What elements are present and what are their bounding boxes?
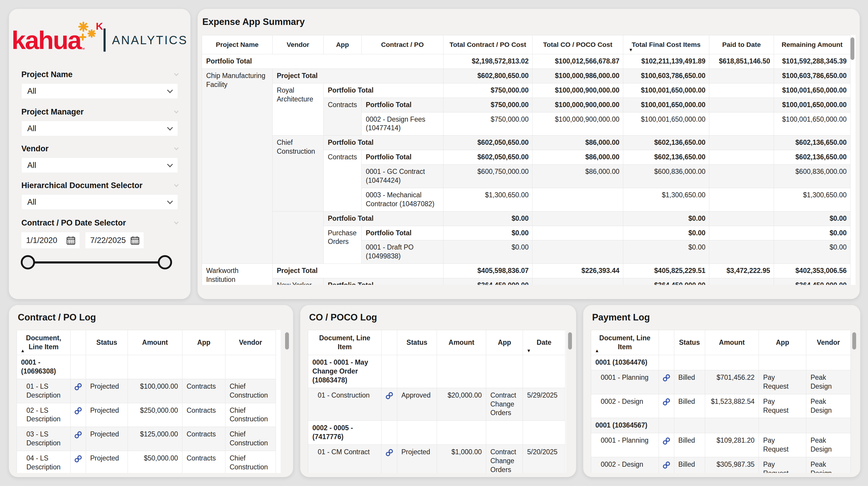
matrix-cell[interactable]	[532, 188, 623, 211]
col-header-status[interactable]: Status	[397, 330, 437, 355]
col-header-app[interactable]: App	[759, 330, 806, 355]
slider-handle-start[interactable]	[21, 255, 35, 269]
app-cell[interactable]	[486, 421, 523, 445]
table-row[interactable]: 0001 - 0001 - May Change Order (10863478…	[308, 355, 565, 388]
matrix-cell[interactable]: Portfolio Total	[323, 211, 443, 226]
matrix-cell[interactable]: $0.00	[443, 240, 532, 264]
matrix-cell[interactable]: $364,450,000.00	[774, 278, 850, 285]
matrix-cell[interactable]	[709, 112, 774, 135]
hierarchical-document-select[interactable]: All	[21, 194, 178, 210]
project-manager-select[interactable]: All	[21, 121, 178, 136]
matrix-cell[interactable]	[709, 240, 774, 264]
matrix-cell[interactable]: 0003 - Mechanical Contractor (10487082)	[362, 188, 443, 211]
matrix-cell[interactable]: $0.00	[623, 240, 709, 264]
document-cell[interactable]: 0001 - 0001 - May Change Order (10863478…	[308, 355, 381, 388]
col-header-contract-po[interactable]: Contract / PO	[362, 35, 443, 54]
date-cell[interactable]: 5/29/2025	[523, 388, 565, 421]
matrix-cell[interactable]: $1,300,650.00	[774, 188, 850, 211]
matrix-cell[interactable]	[532, 226, 623, 240]
matrix-cell[interactable]: $100,000,900,000.00	[532, 83, 623, 98]
col-header-vendor[interactable]: Vendor	[273, 35, 323, 54]
amount-cell[interactable]	[705, 355, 759, 370]
matrix-cell[interactable]: $1,300,650.00	[443, 188, 532, 211]
matrix-cell[interactable]	[709, 150, 774, 165]
table-row[interactable]: 0002 - Design Billed $305,987.35 Pay Req…	[591, 457, 851, 473]
table-row[interactable]: Chief Construction Portfolio Total $602,…	[202, 135, 850, 150]
link-cell[interactable]	[658, 418, 674, 433]
document-cell[interactable]: 02 - LS Description	[17, 403, 71, 427]
matrix-cell[interactable]: 0001 - Draft PO (10499838)	[362, 240, 443, 264]
matrix-cell[interactable]: $0.00	[623, 211, 709, 226]
collapse-chevron-icon[interactable]	[174, 220, 179, 224]
matrix-cell[interactable]: $0.00	[623, 226, 709, 240]
link-cell[interactable]	[71, 427, 86, 451]
matrix-cell[interactable]: $3,472,222.95	[709, 264, 774, 278]
col-header-total-contract-po-cost[interactable]: Total Contract / PO Cost	[443, 35, 532, 54]
app-cell[interactable]: Pay Request	[759, 394, 806, 418]
vertical-scrollbar[interactable]	[568, 332, 572, 350]
col-header-app[interactable]: App	[486, 330, 523, 355]
document-cell[interactable]: 0002 - Design	[591, 457, 659, 473]
matrix-cell[interactable]: $100,001,650,000.00	[623, 98, 709, 112]
matrix-cell[interactable]: $100,001,650,000.00	[623, 83, 709, 98]
matrix-cell[interactable]: $100,012,566,678.87	[532, 54, 623, 69]
matrix-cell[interactable]: New Yorker	[273, 278, 323, 285]
matrix-cell[interactable]: Purchase Orders	[323, 226, 362, 264]
amount-cell[interactable]: $50,000.00	[128, 451, 182, 473]
matrix-cell[interactable]: Contracts	[323, 98, 362, 135]
matrix-cell[interactable]: $0.00	[443, 211, 532, 226]
status-cell[interactable]	[674, 355, 705, 370]
matrix-cell[interactable]: $364,450,000.00	[623, 278, 709, 285]
link-cell[interactable]	[71, 403, 86, 427]
col-header-total-co-poco-cost[interactable]: Total CO / POCO Cost	[532, 35, 623, 54]
vendor-cell[interactable]	[806, 355, 851, 370]
link-icon[interactable]	[74, 430, 82, 438]
matrix-cell[interactable]: Contracts	[323, 150, 362, 211]
matrix-cell[interactable]: Royal Architecture	[273, 83, 323, 135]
col-header-total-final-cost-items[interactable]: Total Final Cost Items ▼	[623, 35, 709, 54]
link-cell[interactable]	[71, 355, 86, 379]
vendor-cell[interactable]: Chief Construction	[225, 403, 276, 427]
date-cell[interactable]: 5/20/2025	[523, 445, 565, 473]
app-cell[interactable]: Pay Request	[759, 433, 806, 457]
document-cell[interactable]: 01 - CM Contract	[308, 445, 381, 473]
vertical-scrollbar[interactable]	[852, 332, 856, 350]
matrix-cell[interactable]: $86,000.00	[532, 150, 623, 165]
calendar-icon[interactable]	[66, 235, 76, 245]
table-row[interactable]: 01 - Construction Approved $20,000.00 Co…	[308, 388, 565, 421]
app-cell[interactable]: Contracts	[182, 451, 225, 473]
link-cell[interactable]	[381, 355, 397, 388]
vendor-cell[interactable]: Peak Design	[806, 457, 851, 473]
amount-cell[interactable]: $1,523,882.54	[705, 394, 759, 418]
matrix-cell[interactable]: $100,000,986,000.00	[532, 68, 623, 83]
matrix-cell[interactable]: $100,001,650,000.00	[774, 112, 850, 135]
document-cell[interactable]: 0001 - Planning	[591, 370, 659, 394]
amount-cell[interactable]	[437, 421, 486, 445]
col-header-amount[interactable]: Amount	[437, 330, 486, 355]
matrix-cell[interactable]: $600,836,000.00	[774, 165, 850, 188]
matrix-cell[interactable]: Portfolio Total	[362, 98, 443, 112]
matrix-cell[interactable]: $602,136,650.00	[774, 150, 850, 165]
vendor-cell[interactable]	[806, 418, 851, 433]
table-row[interactable]: 0001 (10364476)	[591, 355, 851, 370]
col-header-document-line-item[interactable]: Document, Line Item ▲	[17, 330, 71, 355]
app-cell[interactable]	[759, 355, 806, 370]
amount-cell[interactable]: $305,987.35	[705, 457, 759, 473]
link-icon[interactable]	[74, 454, 82, 462]
matrix-cell[interactable]	[532, 240, 623, 264]
app-cell[interactable]: Contracts	[182, 427, 225, 451]
link-icon[interactable]	[385, 448, 393, 456]
document-cell[interactable]: 0002 - Design	[591, 394, 659, 418]
calendar-icon[interactable]	[130, 235, 140, 245]
matrix-cell[interactable]: Portfolio Total	[202, 54, 443, 69]
status-cell[interactable]	[397, 355, 437, 388]
col-header-app[interactable]: App	[182, 330, 225, 355]
date-range-slider[interactable]	[21, 254, 172, 271]
link-cell[interactable]	[658, 394, 674, 418]
matrix-cell[interactable]: Portfolio Total	[323, 278, 443, 285]
link-cell[interactable]	[658, 433, 674, 457]
matrix-cell[interactable]	[709, 188, 774, 211]
matrix-cell[interactable]: $602,800,650.00	[443, 68, 532, 83]
app-cell[interactable]	[182, 355, 225, 379]
amount-cell[interactable]: $100,000.00	[128, 379, 182, 403]
